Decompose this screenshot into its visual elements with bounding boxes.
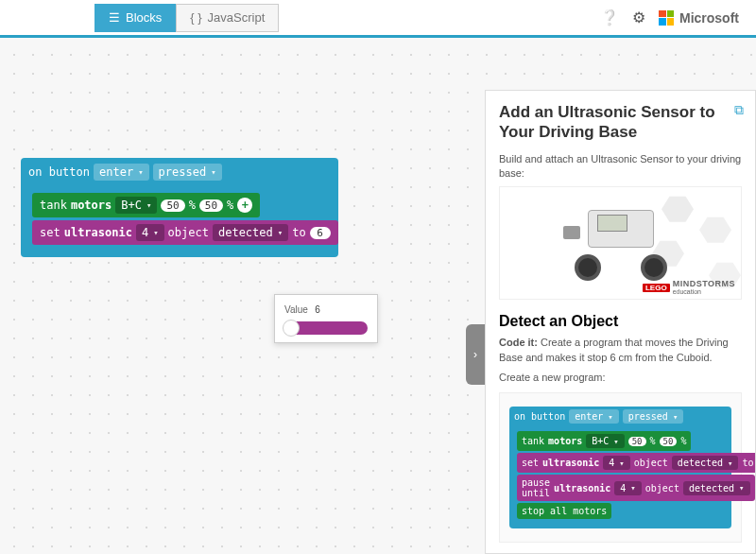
value-slider[interactable] (284, 321, 368, 335)
chevron-right-icon: › (473, 348, 477, 361)
tank-motors-block[interactable]: tank motors B+C 50 % 50 % + (32, 193, 260, 217)
tab-blocks[interactable]: ☰ Blocks (94, 4, 176, 32)
robot-icon (569, 205, 673, 281)
on-button-block[interactable]: on button enter pressed (21, 158, 338, 186)
slider-knob[interactable] (283, 320, 300, 337)
code-it-text: Code it: Create a program that moves the… (499, 336, 742, 365)
value-slider-popup[interactable]: Value 6 (274, 294, 378, 343)
blocks-icon: ☰ (109, 10, 120, 25)
motor-port-dropdown[interactable]: B+C (115, 197, 157, 214)
help-icon[interactable]: ❔ (600, 9, 619, 26)
speed1-input[interactable]: 50 (161, 199, 184, 212)
section-heading: Detect an Object (499, 313, 742, 330)
sample-pause-ultra: pause untilultrasonic 4 object detected (517, 475, 755, 501)
top-bar: ☰ Blocks { } JavaScript ❔ ⚙ Microsoft (0, 0, 756, 38)
ultra-mode-dropdown[interactable]: detected (213, 224, 288, 241)
create-program-text: Create a new program: (499, 371, 742, 385)
open-external-icon[interactable]: ⧉ (734, 102, 744, 118)
block-container: tank motors B+C 50 % 50 % + set ultrason… (21, 186, 338, 257)
speed2-input[interactable]: 50 (199, 199, 223, 212)
main-block-stack[interactable]: on button enter pressed tank motors B+C … (21, 158, 338, 257)
button-dropdown[interactable]: enter (94, 164, 149, 181)
popup-label: Value (284, 304, 308, 315)
robot-image: LEGO MINDSTORMS education (499, 186, 742, 300)
js-icon: { } (190, 10, 201, 25)
sample-set-ultra: setultrasonic 4 object detected to 6 (517, 453, 756, 473)
tutorial-title: Add an Ultrasonic Sensor to Your Driving… (499, 102, 742, 143)
editor-tabs: ☰ Blocks { } JavaScript (94, 4, 279, 32)
sample-code-preview: on button enter pressed tankmotors B+C 5… (499, 392, 742, 543)
state-dropdown[interactable]: pressed (153, 164, 222, 181)
popup-value: 6 (315, 304, 320, 315)
blocks-workspace[interactable]: on button enter pressed tank motors B+C … (0, 41, 756, 554)
sidebar-collapse-handle[interactable]: › (466, 324, 485, 385)
gear-icon[interactable]: ⚙ (632, 9, 645, 26)
ultra-port-dropdown[interactable]: 4 (136, 224, 164, 241)
sample-stop: stop all motors (517, 503, 611, 519)
sample-tank: tankmotors B+C 50% 50% (517, 431, 691, 451)
mindstorms-badge: LEGO MINDSTORMS education (643, 280, 735, 295)
brand-label: Microsoft (679, 10, 739, 26)
tutorial-sidebar: ⧉ Add an Ultrasonic Sensor to Your Drivi… (485, 90, 756, 554)
tab-js-label: JavaScript (208, 10, 266, 25)
on-button-label: on button (28, 165, 90, 179)
tab-javascript[interactable]: { } JavaScript (176, 4, 279, 32)
ultra-value-input[interactable]: 6 (310, 227, 331, 239)
tab-blocks-label: Blocks (126, 10, 162, 25)
set-ultrasonic-block[interactable]: set ultrasonic 4 object detected to 6 (32, 220, 338, 245)
ms-squares-icon (659, 10, 674, 26)
tutorial-intro: Build and attach an Ultrasonic Sensor to… (499, 152, 742, 182)
sample-on-button: on button enter pressed (509, 407, 731, 426)
microsoft-logo: Microsoft (659, 10, 739, 26)
top-actions: ❔ ⚙ Microsoft (600, 9, 739, 26)
add-param-icon[interactable]: + (237, 198, 252, 213)
